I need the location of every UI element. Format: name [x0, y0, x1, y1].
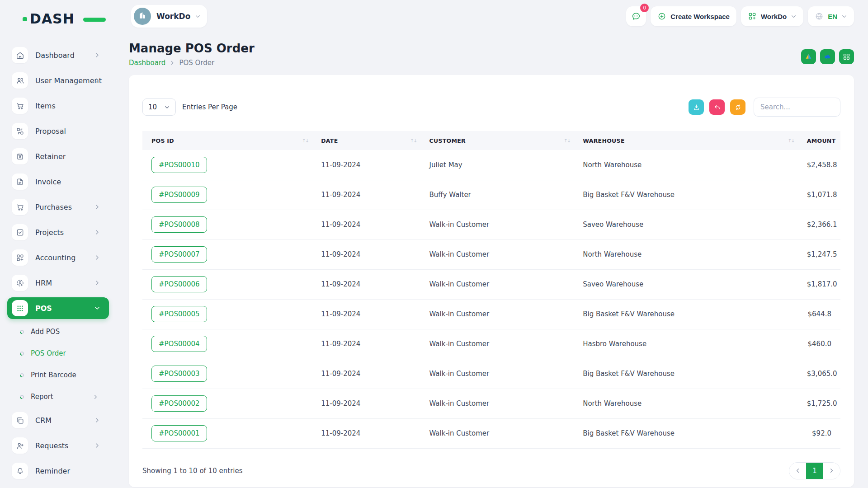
logo-dash-icon [83, 18, 106, 22]
cell-amount: $1,247.5 [798, 239, 840, 269]
refresh-button[interactable] [730, 99, 745, 115]
sidebar-subitem[interactable]: Add POS [0, 321, 116, 343]
globe-icon [815, 12, 824, 21]
workspace-selector[interactable]: WorkDo [131, 5, 207, 28]
pos-id-badge[interactable]: #POS00010 [151, 157, 207, 173]
entries-label: Entries Per Page [182, 103, 237, 111]
cell-customer: Buffy Walter [420, 180, 574, 210]
table-row: #POS00008 11-09-2024 Walk-in Customer Sa… [142, 210, 840, 239]
cell-amount: $1,725.0 [798, 389, 840, 418]
sidebar-item[interactable]: HRM [0, 270, 116, 296]
cell-customer: Walk-in Customer [420, 299, 574, 329]
sidebar-item[interactable]: Dashboard [0, 42, 116, 68]
submenu-bullet-icon [19, 329, 25, 335]
sidebar-item[interactable]: Items [0, 93, 116, 118]
prev-page-button[interactable] [789, 463, 806, 479]
sidebar-subitem[interactable]: POS Order [0, 343, 116, 364]
brand-logo[interactable]: DASH [30, 11, 89, 27]
logo-dot-icon [23, 17, 27, 21]
column-header[interactable]: POS ID ↑↓ [142, 131, 312, 150]
chevron-down-icon [164, 104, 170, 110]
column-header[interactable]: WAREHOUSE ↑↓ [574, 131, 798, 150]
google-drive-icon [804, 52, 813, 61]
create-workspace-button[interactable]: Create Workspace [651, 6, 736, 26]
pos-order-card: 10 Entries Per Page [129, 75, 854, 487]
messages-button[interactable]: 0 [626, 6, 646, 26]
sidebar-item[interactable]: Proposal [0, 118, 116, 144]
pos-id-badge[interactable]: #POS00008 [151, 216, 207, 233]
cell-customer: Walk-in Customer [420, 269, 574, 299]
pos-id-badge[interactable]: #POS00007 [151, 246, 207, 263]
sidebar-item[interactable]: Purchases [0, 194, 116, 220]
cell-date: 11-09-2024 [312, 239, 420, 269]
page-content: Manage POS Order Dashboard POS Order 10 … [116, 33, 868, 488]
cell-amount: $644.8 [798, 299, 840, 329]
next-page-button[interactable] [823, 463, 840, 479]
chevron-left-icon [795, 468, 801, 474]
entries-per-page-select[interactable]: 10 [142, 99, 176, 116]
cell-date: 11-09-2024 [312, 210, 420, 239]
column-header[interactable]: DATE ↑↓ [312, 131, 420, 150]
apps-grid-button[interactable] [839, 49, 854, 64]
sidebar-item[interactable]: CRM [0, 408, 116, 433]
building-icon [138, 11, 147, 22]
cell-warehouse: Big Basket F&V Warehouse [574, 180, 798, 210]
current-page-button[interactable]: 1 [806, 463, 823, 479]
google-drive-button[interactable] [801, 49, 816, 64]
chevron-right-icon [94, 280, 100, 286]
create-workspace-label: Create Workspace [670, 13, 730, 20]
sidebar-item[interactable]: Projects [0, 220, 116, 245]
cell-customer: Walk-in Customer [420, 359, 574, 389]
sidebar-item[interactable]: Invoice [0, 169, 116, 194]
sidebar-item-label: Purchases [35, 203, 72, 211]
breadcrumb-dashboard-link[interactable]: Dashboard [129, 59, 165, 67]
app-switcher-label: WorkDo [761, 13, 787, 20]
pos-id-badge[interactable]: #POS00002 [151, 395, 207, 412]
reset-button[interactable] [709, 99, 725, 115]
pos-id-badge[interactable]: #POS00005 [151, 306, 207, 322]
sidebar-item[interactable]: User Management [0, 68, 116, 93]
sidebar-item[interactable]: Accounting [0, 245, 116, 270]
sidebar-item-label: Items [35, 102, 56, 110]
cell-date: 11-09-2024 [312, 389, 420, 418]
cell-customer: Walk-in Customer [420, 389, 574, 418]
table-row: #POS00001 11-09-2024 Walk-in Customer Bi… [142, 418, 840, 448]
sidebar-subitem[interactable]: Report [0, 386, 116, 408]
pos-id-badge[interactable]: #POS00006 [151, 276, 207, 292]
chevron-right-icon [94, 442, 100, 449]
sidebar-item[interactable]: POS [7, 297, 109, 319]
pos-id-badge[interactable]: #POS00009 [151, 187, 207, 203]
sort-icon: ↑↓ [302, 138, 308, 144]
sidebar-item[interactable]: Reminder [0, 458, 116, 483]
cell-customer: Walk-in Customer [420, 210, 574, 239]
home-icon [12, 47, 28, 63]
cell-date: 11-09-2024 [312, 299, 420, 329]
cell-warehouse: Big Basket F&V Warehouse [574, 418, 798, 448]
cell-amount: $1,817.0 [798, 269, 840, 299]
chevron-down-icon [94, 305, 100, 311]
search-input[interactable] [754, 98, 840, 117]
chevron-right-icon [94, 229, 100, 235]
sort-icon: ↑↓ [410, 138, 416, 144]
pos-order-table: POS ID ↑↓ DATE ↑↓ CUSTOMER ↑↓ WAREHOUSE [142, 131, 840, 449]
sidebar-item-label: Reminder [35, 467, 70, 475]
app-switcher-button[interactable]: WorkDo [741, 6, 803, 26]
language-button[interactable]: EN [808, 6, 854, 26]
column-header[interactable]: CUSTOMER ↑↓ [420, 131, 574, 150]
table-row: #POS00004 11-09-2024 Walk-in Customer Ha… [142, 329, 840, 359]
pos-id-badge[interactable]: #POS00004 [151, 336, 207, 352]
column-header[interactable]: AMOUNT [798, 131, 840, 150]
breadcrumb-current: POS Order [179, 59, 214, 67]
sidebar-item[interactable]: Retainer [0, 144, 116, 169]
pos-id-badge[interactable]: #POS00003 [151, 366, 207, 382]
table-footer: Showing 1 to 10 of 10 entries 1 [142, 462, 840, 479]
sidebar-subitem[interactable]: Print Barcode [0, 364, 116, 386]
sidebar-item[interactable]: Requests [0, 433, 116, 458]
cell-amount: $2,366.1 [798, 210, 840, 239]
topbar: WorkDo 0 Create Workspace WorkDo [116, 0, 868, 33]
onedrive-button[interactable] [820, 49, 835, 64]
export-button[interactable] [689, 99, 704, 115]
sidebar-item-label: HRM [35, 279, 52, 287]
workspace-name: WorkDo [156, 12, 190, 21]
pos-id-badge[interactable]: #POS00001 [151, 425, 207, 441]
